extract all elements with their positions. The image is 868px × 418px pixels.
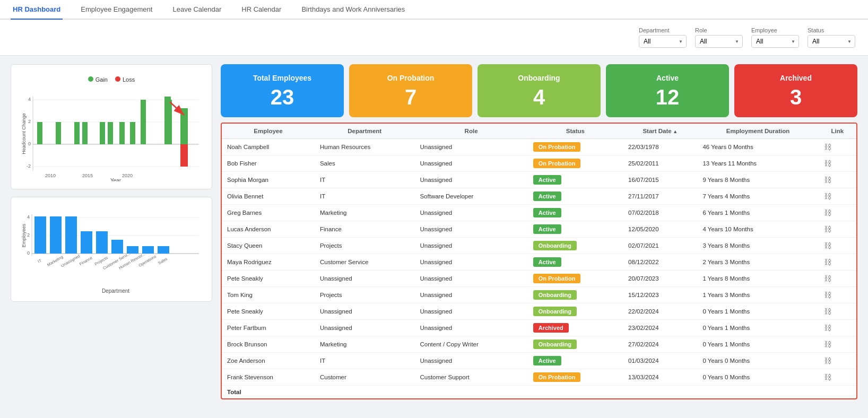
status-badge: On Probation — [533, 274, 581, 283]
status-badge: Onboarding — [533, 241, 577, 250]
col-employment-duration[interactable]: Employment Duration — [697, 124, 818, 139]
status-badge: On Probation — [533, 159, 581, 168]
headcount-legend: Gain Loss — [19, 76, 204, 83]
kpi-card-onboarding[interactable]: Onboarding4 — [478, 64, 601, 117]
link-cell[interactable]: ⛓ — [819, 287, 856, 303]
svg-rect-42 — [65, 216, 77, 254]
link-cell[interactable]: ⛓ — [819, 353, 856, 369]
link-cell[interactable]: ⛓ — [819, 221, 856, 238]
link-cell[interactable]: ⛓ — [819, 254, 856, 271]
role-filter[interactable]: All — [695, 35, 743, 48]
duration-cell: 1 Years 3 Months — [697, 287, 818, 303]
employee-name-cell: Sophia Morgan — [222, 172, 315, 188]
role-cell: Unassigned — [414, 303, 527, 320]
start-date-cell: 22/02/2024 — [623, 303, 697, 320]
link-cell[interactable]: ⛓ — [819, 205, 856, 221]
role-cell: Unassigned — [414, 320, 527, 336]
employee-name-cell: Noah Campbell — [222, 139, 315, 155]
link-cell[interactable]: ⛓ — [819, 238, 856, 254]
table-row: Stacy QueenProjectsUnassignedOnboarding0… — [222, 238, 856, 254]
link-cell[interactable]: ⛓ — [819, 172, 856, 188]
status-cell: Active — [528, 172, 623, 188]
link-cell[interactable]: ⛓ — [819, 369, 856, 386]
kpi-title-3: Active — [656, 74, 679, 82]
employee-name-cell: Maya Rodriguez — [222, 254, 315, 271]
status-badge: On Probation — [533, 372, 581, 382]
svg-rect-48 — [158, 246, 169, 254]
kpi-value-3: 12 — [656, 86, 680, 108]
table-row: Pete SneaklyUnassignedUnassignedOn Proba… — [222, 271, 856, 287]
col-department[interactable]: Department — [315, 124, 415, 139]
nav-item-hr-calendar[interactable]: HR Calendar — [239, 0, 283, 20]
kpi-card-total-employees[interactable]: Total Employees23 — [221, 64, 344, 117]
start-date-cell: 13/03/2024 — [623, 369, 697, 386]
col-start-date[interactable]: Start Date — [623, 124, 697, 139]
duration-cell: 4 Years 10 Months — [697, 221, 818, 238]
start-date-cell: 01/03/2024 — [623, 353, 697, 369]
nav-item-hr-dashboard[interactable]: HR Dashboard — [11, 0, 63, 20]
svg-text:2: 2 — [28, 119, 31, 124]
status-cell: On Probation — [528, 271, 623, 287]
dept-filter[interactable]: All — [639, 35, 687, 48]
department-cell: Projects — [315, 238, 415, 254]
duration-cell: 0 Years 1 Months — [697, 320, 818, 336]
svg-text:Year: Year — [110, 178, 121, 181]
link-cell[interactable]: ⛓ — [819, 139, 856, 155]
headcount-svg: 4 2 0 -2 — [19, 86, 204, 181]
status-cell: Onboarding — [528, 303, 623, 320]
status-badge: Onboarding — [533, 339, 577, 349]
status-badge: Active — [533, 208, 561, 217]
employee-name-cell: Peter Fartbum — [222, 320, 315, 336]
link-cell[interactable]: ⛓ — [819, 188, 856, 205]
duration-cell: 9 Years 8 Months — [697, 172, 818, 188]
table-row: Zoe AndersonITUnassignedActive01/03/2024… — [222, 353, 856, 369]
link-cell[interactable]: ⛓ — [819, 336, 856, 353]
department-cell: Human Resources — [315, 139, 415, 155]
kpi-card-on-probation[interactable]: On Probation7 — [349, 64, 472, 117]
status-badge: Active — [533, 191, 561, 201]
status-badge: Active — [533, 175, 561, 185]
col-employee[interactable]: Employee — [222, 124, 315, 139]
employee-name-cell: Pete Sneakly — [222, 303, 315, 320]
svg-rect-16 — [119, 122, 125, 144]
nav-item-employee-engagement[interactable]: Employee Engagement — [79, 0, 154, 20]
svg-text:Department: Department — [102, 288, 129, 294]
kpi-card-active[interactable]: Active12 — [606, 64, 729, 117]
status-badge: Onboarding — [533, 307, 577, 316]
kpi-title-4: Archived — [780, 74, 812, 82]
link-cell[interactable]: ⛓ — [819, 155, 856, 172]
nav-item-leave-calendar[interactable]: Leave Calendar — [170, 0, 223, 20]
kpi-card-archived[interactable]: Archived3 — [734, 64, 857, 117]
svg-text:2: 2 — [27, 232, 30, 238]
link-cell[interactable]: ⛓ — [819, 271, 856, 287]
svg-rect-21 — [21, 144, 202, 176]
table-row: Pete SneaklyUnassignedUnassignedOnboardi… — [222, 303, 856, 320]
col-status[interactable]: Status — [528, 124, 623, 139]
status-filter[interactable]: All — [808, 35, 855, 48]
link-cell[interactable]: ⛓ — [819, 320, 856, 336]
kpi-row: Total Employees23On Probation7Onboarding… — [221, 64, 857, 117]
svg-rect-40 — [34, 216, 46, 254]
employee-name-cell: Olivia Bennet — [222, 188, 315, 205]
status-cell: On Probation — [528, 369, 623, 386]
link-cell[interactable]: ⛓ — [819, 303, 856, 320]
employee-name-cell: Bob Fisher — [222, 155, 315, 172]
svg-text:Headcount Change: Headcount Change — [21, 113, 27, 154]
emp-filter[interactable]: All — [751, 35, 799, 48]
svg-rect-14 — [100, 122, 105, 144]
table-row: Greg BarnesMarketingUnassignedActive07/0… — [222, 205, 856, 221]
start-date-cell: 27/02/2024 — [623, 336, 697, 353]
nav-item-birthdays-and-work-anniversaries[interactable]: Birthdays and Work Anniversaries — [299, 0, 407, 20]
status-badge: Archived — [533, 323, 569, 333]
svg-rect-44 — [96, 231, 108, 254]
kpi-value-4: 3 — [790, 86, 802, 108]
svg-text:4: 4 — [28, 97, 31, 102]
department-cell: Customer Service — [315, 254, 415, 271]
kpi-value-2: 4 — [533, 86, 545, 108]
col-link[interactable]: Link — [819, 124, 856, 139]
col-role[interactable]: Role — [414, 124, 527, 139]
dept-svg: 4 2 0 — [19, 209, 204, 294]
svg-rect-12 — [74, 122, 80, 144]
headcount-chart-area: 4 2 0 -2 — [19, 86, 204, 181]
department-cell: Projects — [315, 287, 415, 303]
